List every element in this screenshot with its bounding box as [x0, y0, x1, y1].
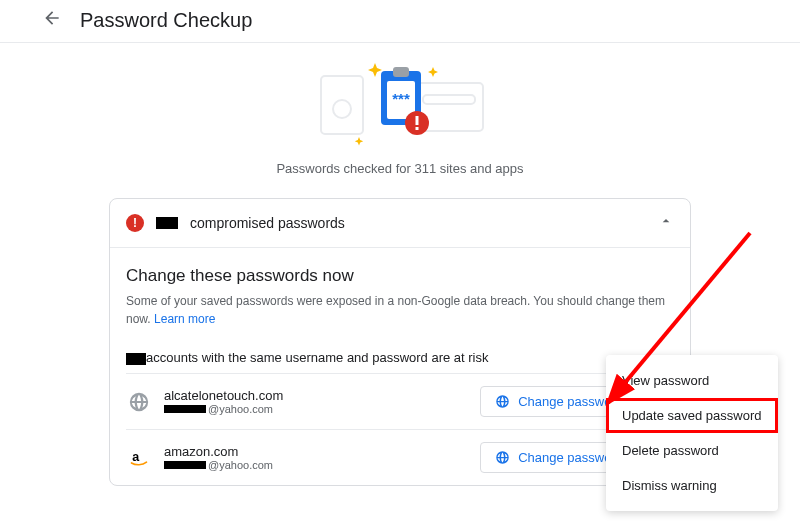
menu-dismiss-warning[interactable]: Dismiss warning	[606, 468, 778, 503]
amazon-icon: a	[128, 447, 150, 469]
compromised-card: ! compromised passwords Change these pas…	[109, 198, 691, 486]
svg-rect-3	[423, 95, 475, 104]
svg-rect-9	[416, 116, 419, 125]
learn-more-link[interactable]: Learn more	[154, 312, 215, 326]
risk-line: accounts with the same username and pass…	[126, 350, 674, 365]
redacted-count	[156, 217, 178, 229]
account-row: a amazon.com @yahoo.com Change password	[126, 429, 674, 485]
redacted-username	[164, 405, 206, 413]
hero-section: *** Passwords checked for 311 sites and …	[0, 43, 800, 176]
card-title: compromised passwords	[190, 215, 345, 231]
page-title: Password Checkup	[80, 9, 252, 32]
globe-icon	[495, 450, 510, 465]
svg-text:***: ***	[392, 90, 410, 107]
svg-point-1	[333, 100, 351, 118]
account-email: @yahoo.com	[164, 403, 283, 415]
menu-delete-password[interactable]: Delete password	[606, 433, 778, 468]
hero-caption: Passwords checked for 311 sites and apps	[0, 161, 800, 176]
account-email: @yahoo.com	[164, 459, 273, 471]
redacted-count-2	[126, 353, 146, 365]
menu-update-password[interactable]: Update saved password	[606, 398, 778, 433]
svg-rect-10	[416, 127, 419, 130]
svg-rect-0	[321, 76, 363, 134]
site-name: alcatelonetouch.com	[164, 388, 283, 403]
site-name: amazon.com	[164, 444, 273, 459]
account-info: alcatelonetouch.com @yahoo.com	[164, 388, 283, 415]
alert-icon: !	[126, 214, 144, 232]
globe-icon	[495, 394, 510, 409]
svg-text:a: a	[132, 449, 140, 463]
chevron-up-icon[interactable]	[658, 213, 674, 233]
subhead: Change these passwords now	[126, 266, 674, 286]
sub-desc: Some of your saved passwords were expose…	[126, 292, 674, 328]
risk-line-text: accounts with the same username and pass…	[146, 350, 489, 365]
account-info: amazon.com @yahoo.com	[164, 444, 273, 471]
menu-view-password[interactable]: View password	[606, 363, 778, 398]
back-arrow-icon[interactable]	[42, 8, 62, 32]
svg-rect-6	[393, 67, 409, 77]
account-row: alcatelonetouch.com @yahoo.com Change pa…	[126, 373, 674, 429]
card-body: Change these passwords now Some of your …	[110, 248, 690, 485]
card-header[interactable]: ! compromised passwords	[110, 199, 690, 248]
globe-icon	[128, 391, 150, 413]
hero-illustration: ***	[305, 61, 495, 151]
redacted-username	[164, 461, 206, 469]
context-menu: View password Update saved password Dele…	[606, 355, 778, 511]
app-header: Password Checkup	[0, 0, 800, 43]
